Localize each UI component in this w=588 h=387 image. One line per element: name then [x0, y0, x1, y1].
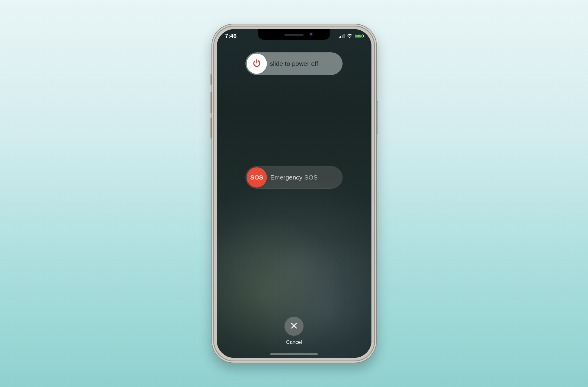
battery-charging-icon: ⚡ — [355, 34, 363, 38]
notch — [258, 29, 330, 40]
wifi-icon — [347, 34, 353, 38]
cancel-button[interactable] — [284, 317, 304, 336]
screen-bezel: 7:46 ⚡ — [217, 29, 371, 358]
status-right: ⚡ — [339, 34, 363, 38]
phone-frame: 7:46 ⚡ — [211, 24, 377, 363]
sos-knob-text: SOS — [250, 174, 263, 181]
sos-knob[interactable]: SOS — [247, 167, 267, 188]
power-off-screen: 7:46 ⚡ — [217, 29, 371, 358]
emergency-sos-slider[interactable]: SOS Emergency SOS — [245, 166, 343, 189]
power-off-slider[interactable]: slide to power off — [245, 52, 343, 75]
cancel-group: Cancel — [284, 317, 304, 345]
cellular-signal-icon — [339, 34, 345, 38]
cancel-label: Cancel — [286, 339, 302, 345]
power-off-knob[interactable] — [247, 54, 267, 74]
volume-down-button — [210, 118, 211, 138]
power-icon — [252, 58, 262, 69]
earpiece-speaker — [284, 34, 304, 36]
status-time: 7:46 — [225, 33, 255, 39]
close-icon — [290, 322, 298, 331]
front-camera — [309, 32, 313, 36]
home-indicator[interactable] — [270, 353, 318, 355]
mute-switch — [210, 74, 211, 85]
